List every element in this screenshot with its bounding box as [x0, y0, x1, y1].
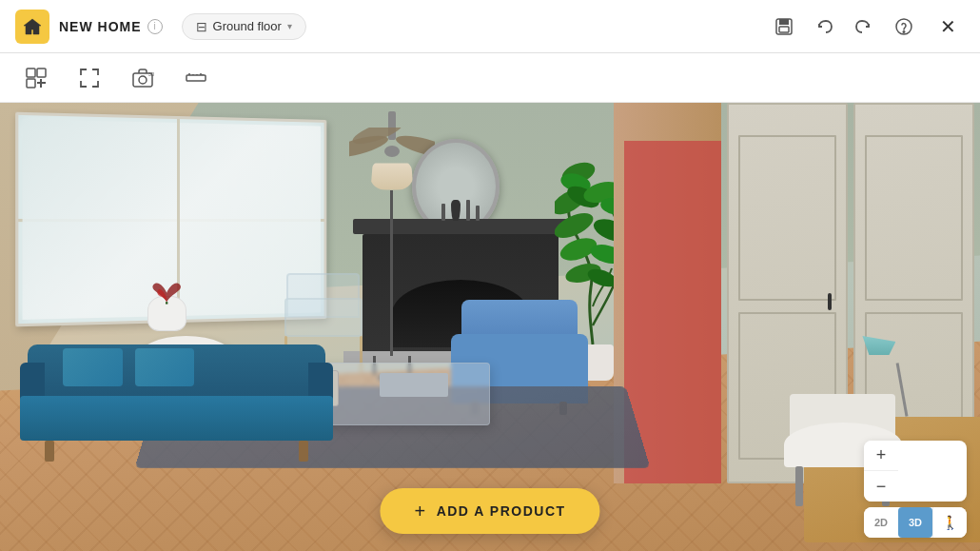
svg-rect-11 — [186, 75, 206, 81]
blue-sofa — [20, 344, 334, 461]
sofa-seat — [20, 396, 334, 441]
svg-point-9 — [139, 76, 147, 84]
svg-text:3D: 3D — [148, 71, 154, 77]
navbar: NEW HOME i ⊟ Ground floor ▾ — [0, 0, 980, 53]
svg-rect-1 — [779, 19, 789, 25]
svg-point-4 — [903, 30, 905, 32]
undo-button[interactable] — [807, 10, 841, 44]
3d-scene[interactable]: + ADD A PRODUCT + − 2D 3D 🚶 — [0, 103, 980, 551]
sofa-pillow — [135, 348, 195, 386]
save-button[interactable] — [767, 10, 801, 44]
mantle-vase — [451, 200, 461, 221]
plus-icon: + — [414, 502, 426, 521]
book — [380, 373, 448, 398]
navbar-actions: ✕ — [767, 10, 965, 44]
svg-rect-2 — [779, 27, 789, 32]
info-icon[interactable]: i — [147, 19, 163, 34]
decorative-vase — [147, 296, 186, 341]
lamp-shade — [862, 336, 895, 355]
measure-tool[interactable] — [179, 61, 213, 95]
zoom-controls: + − — [864, 441, 967, 502]
svg-point-12 — [384, 146, 400, 157]
chair-leg — [795, 466, 803, 506]
redo-button[interactable] — [847, 10, 881, 44]
svg-rect-5 — [27, 69, 35, 77]
lamp-pole — [390, 190, 393, 357]
lamp-arm — [895, 363, 908, 416]
candle — [476, 206, 480, 221]
app-title: NEW HOME — [59, 19, 142, 34]
floor-layers-icon: ⊟ — [196, 19, 207, 34]
sofa-pillow — [63, 348, 123, 386]
svg-rect-6 — [37, 69, 46, 77]
zoom-in-button[interactable]: + — [864, 441, 898, 471]
lamp-shade — [370, 157, 413, 190]
person-view-button[interactable]: 🚶 — [932, 507, 967, 538]
sofa-leg — [299, 441, 308, 462]
3d-mode-button[interactable]: 3D — [898, 507, 932, 538]
add-product-label: ADD A PRODUCT — [437, 503, 566, 519]
toolbar: 3D — [0, 53, 980, 103]
sofa-leg — [45, 441, 54, 462]
chevron-down-icon: ▾ — [287, 21, 292, 31]
fullscreen-tool[interactable] — [72, 61, 107, 95]
help-button[interactable] — [887, 10, 921, 44]
door-handle — [828, 293, 832, 310]
app-logo[interactable] — [15, 10, 49, 44]
view-toggle-tool[interactable] — [19, 61, 53, 95]
svg-rect-7 — [27, 79, 35, 88]
candle — [466, 200, 470, 221]
close-button[interactable]: ✕ — [931, 10, 965, 44]
floor-selector[interactable]: ⊟ Ground floor ▾ — [182, 13, 306, 40]
view-mode-controls: 2D 3D 🚶 — [864, 507, 967, 538]
add-product-button[interactable]: + ADD A PRODUCT — [380, 488, 599, 534]
camera-3d-tool[interactable]: 3D — [126, 61, 160, 95]
2d-mode-button[interactable]: 2D — [864, 507, 898, 538]
desk-lamp — [862, 336, 940, 425]
vase-flowers — [127, 282, 206, 305]
candle — [441, 204, 445, 221]
view-controls: + − 2D 3D 🚶 — [864, 441, 967, 538]
ghost-chair-seat — [284, 298, 363, 337]
zoom-out-button[interactable]: − — [864, 471, 898, 502]
floor-label: Ground floor — [213, 19, 282, 33]
